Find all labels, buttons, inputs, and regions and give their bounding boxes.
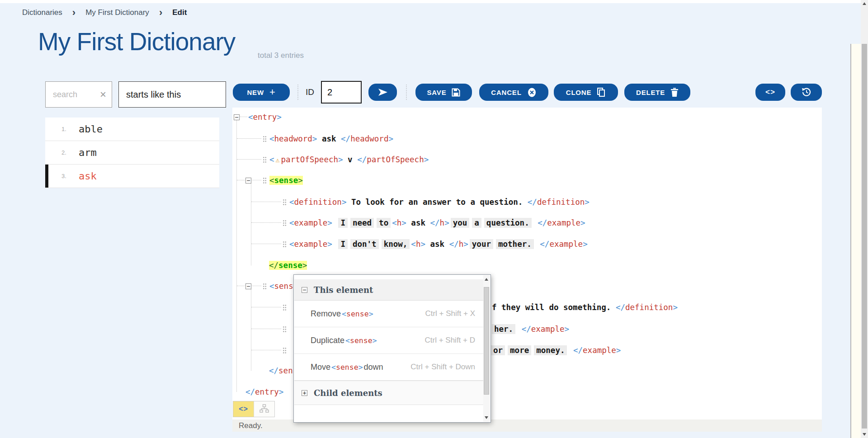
xml-close-tag[interactable]: </example> <box>522 325 569 334</box>
menu-item[interactable]: Duplicate <sense>Ctrl + Shift + D <box>294 327 483 354</box>
code-view-button[interactable]: <> <box>755 84 785 101</box>
text-chip[interactable]: a <box>472 218 481 228</box>
menu-section-child-elements[interactable]: + Child elements <box>294 381 483 405</box>
text-node[interactable]: ask <box>406 218 430 227</box>
go-to-id-button[interactable] <box>368 84 397 101</box>
xml-line-segment: − <box>245 174 254 186</box>
text-chip[interactable]: I <box>338 218 348 228</box>
collapse-toggle[interactable]: − <box>245 283 251 289</box>
history-button[interactable] <box>791 84 822 101</box>
text-chip[interactable]: her. <box>492 324 515 334</box>
collapse-toggle[interactable]: − <box>234 114 240 120</box>
text-chip[interactable]: you <box>451 218 470 228</box>
text-node[interactable] <box>332 240 337 249</box>
scroll-down-icon[interactable] <box>863 433 866 436</box>
text-node[interactable] <box>535 240 540 249</box>
menu-item[interactable]: Remove <sense>Ctrl + Shift + X <box>294 301 483 327</box>
xml-close-tag[interactable]: </h> <box>449 240 468 249</box>
xml-line-segment: <sense> <box>263 174 303 186</box>
xml-close-tag[interactable]: </h> <box>430 218 449 227</box>
xml-open-tag[interactable]: <h> <box>392 218 406 227</box>
drag-handle-icon[interactable] <box>263 177 267 184</box>
xml-open-tag[interactable]: <example> <box>289 240 332 249</box>
text-node[interactable] <box>517 325 522 334</box>
drag-handle-icon[interactable] <box>263 156 267 163</box>
drag-handle-icon[interactable] <box>283 347 287 354</box>
text-node[interactable]: ask <box>425 240 449 249</box>
menu-item-action: Move <box>311 363 330 372</box>
angle-bracket: </ <box>540 240 549 249</box>
drag-handle-icon[interactable] <box>283 220 287 226</box>
breadcrumb-dictionary[interactable]: My First Dictionary <box>85 8 149 17</box>
drag-handle-icon[interactable] <box>283 326 287 333</box>
code-view-toggle[interactable]: <> <box>233 401 254 417</box>
text-chip[interactable]: question. <box>484 218 532 228</box>
xml-close-tag[interactable]: </entry> <box>245 387 283 396</box>
text-chip[interactable]: don't <box>350 239 379 249</box>
drag-handle-icon[interactable] <box>283 304 287 311</box>
new-entry-button[interactable]: NEW + <box>233 84 290 101</box>
scroll-down-icon[interactable] <box>485 416 488 419</box>
text-chip[interactable]: know, <box>382 239 410 249</box>
xml-close-tag[interactable]: </definition> <box>528 198 590 207</box>
text-chip[interactable]: or <box>491 345 505 355</box>
xml-close-tag[interactable]: </example> <box>540 240 587 249</box>
expand-icon[interactable]: + <box>302 390 307 396</box>
menu-section-this-element[interactable]: − This element <box>294 279 483 301</box>
tree-view-toggle[interactable] <box>254 401 274 417</box>
clone-button[interactable]: CLONE <box>554 84 618 101</box>
cancel-button[interactable]: CANCEL <box>479 84 548 101</box>
text-chip[interactable]: to <box>377 218 391 228</box>
drag-handle-icon[interactable] <box>263 283 267 290</box>
xml-open-tag[interactable]: <example> <box>289 218 332 227</box>
text-chip[interactable]: need <box>350 218 374 228</box>
text-node[interactable]: f they will do something. <box>492 303 616 312</box>
collapse-icon[interactable]: − <box>302 287 307 293</box>
xml-close-tag[interactable]: </partOfSpeech> <box>357 155 429 164</box>
save-button[interactable]: SAVE <box>415 84 472 101</box>
drag-handle-icon[interactable] <box>263 136 267 142</box>
menu-scrollbar-thumb[interactable] <box>484 287 489 395</box>
text-node[interactable]: v <box>343 155 358 164</box>
angle-bracket: </ <box>357 155 367 164</box>
entry-count: total 3 entries <box>258 51 304 60</box>
text-node[interactable]: To look for an answer to a question. <box>346 198 527 207</box>
text-chip[interactable]: mother. <box>496 239 534 249</box>
xml-open-tag[interactable]: <⚠partOfSpeech> <box>269 155 343 164</box>
scroll-up-icon[interactable] <box>485 278 488 281</box>
text-chip[interactable]: more <box>508 345 531 355</box>
text-chip[interactable]: I <box>338 239 348 249</box>
code-icon: <> <box>765 88 775 97</box>
tag-name: partOfSpeech <box>281 155 338 164</box>
delete-button[interactable]: DELETE <box>624 84 690 101</box>
text-node[interactable] <box>332 218 337 227</box>
drag-handle-icon[interactable] <box>283 199 287 206</box>
xml-close-tag[interactable]: </sense> <box>269 261 307 270</box>
scroll-up-icon[interactable] <box>863 2 866 5</box>
angle-bracket: </ <box>522 325 531 334</box>
search-mode-select[interactable]: starts like this <box>118 81 226 108</box>
entry-id-input[interactable] <box>321 81 362 104</box>
text-chip[interactable]: your <box>470 239 493 249</box>
text-node[interactable] <box>533 218 538 227</box>
xml-open-tag[interactable]: <entry> <box>248 113 282 122</box>
xml-open-tag[interactable]: <definition> <box>289 198 346 207</box>
drag-handle-icon[interactable] <box>283 241 287 248</box>
menu-scrollbar[interactable] <box>483 275 490 422</box>
text-node[interactable]: ask <box>317 134 341 143</box>
xml-close-tag[interactable]: </definition> <box>616 303 678 312</box>
menu-item[interactable]: Move <sense> downCtrl + Shift + Down <box>294 354 483 381</box>
collapse-toggle[interactable]: − <box>245 178 251 184</box>
xml-close-tag[interactable]: </example> <box>573 346 621 355</box>
text-chip[interactable]: money. <box>534 345 567 355</box>
search-input[interactable] <box>52 89 99 100</box>
breadcrumb-dictionaries[interactable]: Dictionaries <box>22 8 62 17</box>
xml-open-tag[interactable]: <h> <box>411 240 425 249</box>
text-node[interactable] <box>568 346 573 355</box>
xml-open-tag[interactable]: <sense> <box>269 176 303 185</box>
tag-name: sense <box>336 363 359 372</box>
xml-close-tag[interactable]: </example> <box>538 218 585 227</box>
xml-close-tag[interactable]: </headword> <box>341 134 393 143</box>
xml-open-tag[interactable]: <headword> <box>269 134 317 143</box>
clear-search-icon[interactable]: × <box>100 89 106 100</box>
